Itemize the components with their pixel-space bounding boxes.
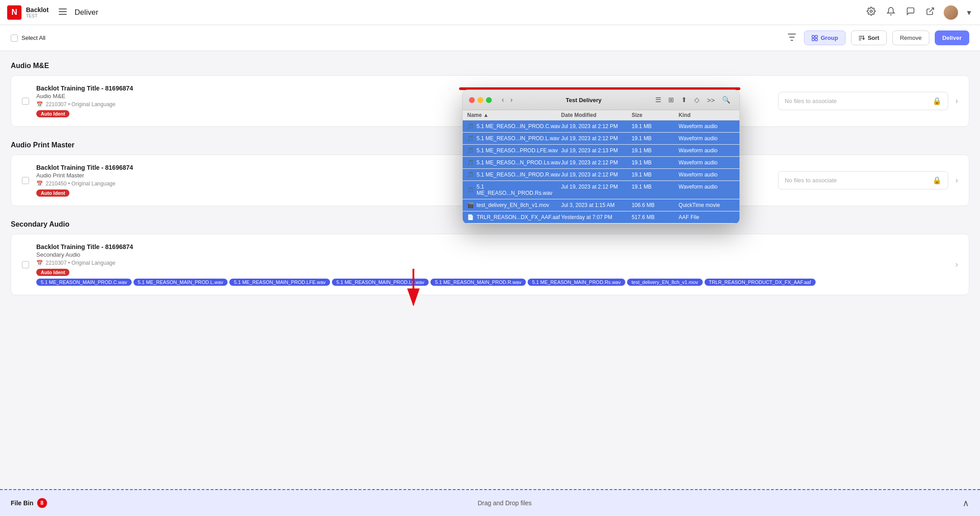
filter-button[interactable] <box>785 31 799 45</box>
file-tag[interactable]: 5.1 ME_REASON_MAIN_PROD.LFE.wav <box>229 279 330 286</box>
finder-share-button[interactable]: ⬆ <box>679 95 690 105</box>
finder-file-row[interactable]: 🎬 test_delivery_EN_8ch_v1.mov Jul 3, 202… <box>463 199 739 211</box>
file-type-icon: 📄 <box>467 214 474 220</box>
settings-button[interactable] <box>865 5 877 20</box>
file-name: 5.1 ME_REASO...N_PROD.Ls.wav <box>477 159 560 166</box>
file-name-cell: 🎵 5.1 ME_REASO...N_PROD.Ls.wav <box>467 159 561 166</box>
badge-secondary: Auto Ident <box>36 269 69 276</box>
file-name-cell: 🎵 5.1 ME_REASO...IN_PROD.R.wav <box>467 172 561 178</box>
file-size: 19.1 MB <box>632 123 679 129</box>
finder-tag-button[interactable]: ◇ <box>692 95 702 105</box>
notifications-button[interactable] <box>885 5 897 20</box>
hamburger-button[interactable] <box>56 6 69 19</box>
calendar-icon-secondary: 📅 <box>36 260 43 266</box>
file-tag[interactable]: 5.1 ME_REASON_MAIN_PROD.R.wav <box>430 279 526 286</box>
chevron-right-me[interactable]: › <box>955 96 958 106</box>
group-button[interactable]: Group <box>804 30 846 45</box>
finder-file-row[interactable]: 🎵 5.1 ME_REASO...N_PROD.Rs.wav Jul 19, 2… <box>463 181 739 199</box>
file-type-icon: 🎵 <box>467 135 474 142</box>
finder-grid-view-button[interactable]: ⊞ <box>666 95 677 105</box>
toolbar: Select All Group Sort Remove Deliver <box>0 25 980 51</box>
avatar[interactable] <box>944 5 958 20</box>
file-name-cell: 🎬 test_delivery_EN_8ch_v1.mov <box>467 202 561 208</box>
minimize-traffic-light[interactable] <box>477 97 483 103</box>
finder-file-row[interactable]: 🎵 5.1 ME_REASO...IN_PROD.R.wav Jul 19, 2… <box>463 169 739 181</box>
file-name-cell: 🎵 5.1 ME_REASO...PROD.LFE.wav <box>467 147 561 154</box>
file-name-cell: 🎵 5.1 ME_REASO...IN_PROD.L.wav <box>467 135 561 142</box>
file-kind: QuickTime movie <box>679 202 735 208</box>
finder-file-row[interactable]: 🎵 5.1 ME_REASO...PROD.LFE.wav Jul 19, 20… <box>463 145 739 157</box>
lock-icon-print: 🔒 <box>933 176 941 185</box>
card-subtitle-secondary: Secondary Audio <box>36 251 948 258</box>
finder-files-list: 🎵 5.1 ME_REASO...IN_PROD.C.wav Jul 19, 2… <box>463 120 739 224</box>
badge-me: Auto Ident <box>36 110 69 117</box>
card-meta-text-secondary: 2210307 • Original Language <box>46 260 116 266</box>
finder-toolbar-buttons: ☰ ⊞ ⬆ ◇ >> 🔍 <box>653 95 733 105</box>
file-tag[interactable]: TRLR_REASON_PRODUCT_DX_FX_AAF.aaf <box>705 279 816 286</box>
finder-file-row[interactable]: 🎵 5.1 ME_REASO...IN_PROD.L.wav Jul 19, 2… <box>463 133 739 145</box>
svg-rect-6 <box>815 35 817 38</box>
file-input-print[interactable]: No files to associate 🔒 <box>778 171 948 189</box>
file-name: TRLR_REASON...DX_FX_AAF.aaf <box>477 214 560 220</box>
file-date: Jul 19, 2023 at 2:12 PM <box>561 172 632 178</box>
file-name: 5.1 ME_REASO...IN_PROD.R.wav <box>477 172 560 178</box>
finder-file-row[interactable]: 🎵 5.1 ME_REASO...N_PROD.Ls.wav Jul 19, 2… <box>463 157 739 169</box>
sort-button[interactable]: Sort <box>851 30 887 45</box>
sort-label: Sort <box>868 34 879 41</box>
file-input-me[interactable]: No files to associate 🔒 <box>778 92 948 110</box>
avatar-chevron[interactable]: ▾ <box>965 6 973 19</box>
file-tag[interactable]: 5.1 ME_REASON_MAIN_PROD.L.wav <box>133 279 228 286</box>
select-all-checkbox[interactable] <box>11 34 18 42</box>
app-sub: TEST <box>26 13 49 18</box>
chevron-right-secondary[interactable]: › <box>955 260 958 269</box>
section-title-audio-me: Audio M&E <box>11 62 969 70</box>
finder-more-button[interactable]: >> <box>704 95 718 105</box>
finder-title: Test Delivery <box>522 97 646 103</box>
file-kind: Waveform audio <box>679 123 735 129</box>
svg-rect-1 <box>59 11 67 12</box>
finder-file-row[interactable]: 📄 TRLR_REASON...DX_FX_AAF.aaf Yesterday … <box>463 211 739 224</box>
file-type-icon: 🎵 <box>467 187 474 193</box>
file-type-icon: 🎬 <box>467 202 474 208</box>
deliver-button[interactable]: Deliver <box>935 30 969 45</box>
messages-button[interactable] <box>904 5 917 20</box>
file-size: 19.1 MB <box>632 135 679 142</box>
file-tag[interactable]: 5.1 ME_REASON_MAIN_PROD.Ls.wav <box>332 279 429 286</box>
svg-point-3 <box>870 10 873 13</box>
deliver-label: Deliver <box>942 34 962 41</box>
external-link-button[interactable] <box>924 5 937 20</box>
file-tag[interactable]: 5.1 ME_REASON_MAIN_PROD.C.wav <box>36 279 132 286</box>
badge-print: Auto Ident <box>36 189 69 197</box>
card-info-secondary: Backlot Training Title - 81696874 Second… <box>36 243 948 286</box>
top-nav: N Backlot TEST Deliver ▾ <box>0 0 980 25</box>
file-type-icon: 🎵 <box>467 159 474 166</box>
select-all-label: Select All <box>21 34 45 41</box>
select-all-container[interactable]: Select All <box>11 34 45 42</box>
file-type-icon: 🎵 <box>467 172 474 178</box>
card-checkbox-secondary[interactable] <box>22 261 29 268</box>
app-logo: N Backlot TEST <box>7 5 49 20</box>
file-tag[interactable]: 5.1 ME_REASON_MAIN_PROD.Rs.wav <box>528 279 625 286</box>
file-tag[interactable]: test_delivery_EN_8ch_v1.mov <box>627 279 703 286</box>
close-traffic-light[interactable] <box>469 97 475 103</box>
svg-rect-2 <box>59 14 67 15</box>
maximize-traffic-light[interactable] <box>486 97 492 103</box>
finder-search-button[interactable]: 🔍 <box>719 95 733 105</box>
remove-button[interactable]: Remove <box>892 30 929 45</box>
svg-rect-0 <box>59 9 67 9</box>
file-date: Jul 19, 2023 at 2:12 PM <box>561 184 632 196</box>
finder-list-view-button[interactable]: ☰ <box>653 95 664 105</box>
file-date: Jul 19, 2023 at 2:12 PM <box>561 159 632 166</box>
file-name-cell: 🎵 5.1 ME_REASO...IN_PROD.C.wav <box>467 123 561 129</box>
card-checkbox-me[interactable] <box>22 98 29 105</box>
svg-rect-7 <box>812 39 814 41</box>
chevron-right-print[interactable]: › <box>955 176 958 185</box>
app-title: Backlot TEST <box>26 6 49 18</box>
file-name: 5.1 ME_REASO...IN_PROD.C.wav <box>477 123 560 129</box>
card-meta-text-print: 2210450 • Original Language <box>46 181 116 187</box>
card-checkbox-print[interactable] <box>22 177 29 184</box>
file-kind: Waveform audio <box>679 147 735 154</box>
finder-forward-button[interactable]: › <box>508 95 514 105</box>
finder-back-button[interactable]: ‹ <box>500 95 506 105</box>
finder-file-row[interactable]: 🎵 5.1 ME_REASO...IN_PROD.C.wav Jul 19, 2… <box>463 120 739 133</box>
